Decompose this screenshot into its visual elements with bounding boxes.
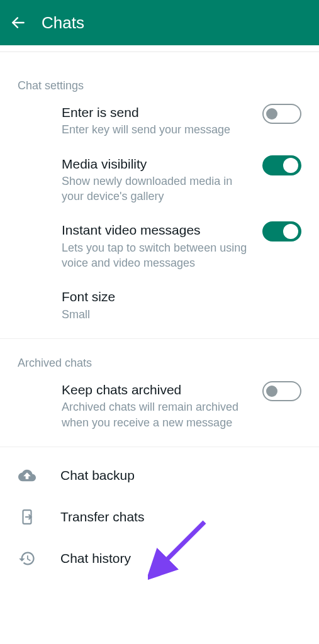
action-label: Transfer chats bbox=[60, 509, 144, 525]
app-header: Chats bbox=[0, 0, 319, 45]
section-header-archived: Archived chats bbox=[0, 347, 319, 372]
setting-title: Font size bbox=[62, 288, 301, 305]
setting-subtitle: Lets you tap to switch between using voi… bbox=[62, 240, 250, 271]
setting-subtitle: Enter key will send your message bbox=[62, 122, 250, 137]
action-transfer-chats[interactable]: Transfer chats bbox=[0, 496, 319, 538]
setting-value: Small bbox=[62, 307, 301, 322]
action-chat-history[interactable]: Chat history bbox=[0, 538, 319, 579]
setting-subtitle: Archived chats will remain archived when… bbox=[62, 399, 250, 430]
setting-title: Keep chats archived bbox=[62, 381, 250, 398]
setting-enter-is-send[interactable]: Enter is send Enter key will send your m… bbox=[0, 95, 319, 147]
cloud-upload-icon bbox=[18, 466, 36, 485]
page-title: Chats bbox=[42, 13, 84, 33]
toggle-instant-video[interactable] bbox=[262, 221, 301, 242]
setting-font-size[interactable]: Font size Small bbox=[0, 279, 319, 331]
setting-title: Instant video messages bbox=[62, 221, 250, 238]
setting-media-visibility[interactable]: Media visibility Show newly downloaded m… bbox=[0, 147, 319, 213]
history-icon bbox=[18, 549, 36, 568]
action-label: Chat history bbox=[60, 551, 131, 566]
transfer-icon bbox=[18, 508, 36, 526]
setting-subtitle: Show newly downloaded media in your devi… bbox=[62, 174, 250, 204]
partial-row-top bbox=[0, 45, 319, 52]
setting-title: Media visibility bbox=[62, 155, 250, 172]
setting-title: Enter is send bbox=[62, 104, 250, 121]
section-header-chat-settings: Chat settings bbox=[0, 69, 319, 95]
back-button[interactable] bbox=[10, 14, 26, 31]
toggle-media-visibility[interactable] bbox=[262, 155, 301, 175]
toggle-keep-archived[interactable] bbox=[262, 381, 301, 401]
toggle-enter-is-send[interactable] bbox=[262, 104, 301, 124]
setting-instant-video[interactable]: Instant video messages Lets you tap to s… bbox=[0, 213, 319, 279]
setting-keep-archived[interactable]: Keep chats archived Archived chats will … bbox=[0, 372, 319, 439]
action-chat-backup[interactable]: Chat backup bbox=[0, 455, 319, 496]
action-label: Chat backup bbox=[60, 468, 135, 483]
